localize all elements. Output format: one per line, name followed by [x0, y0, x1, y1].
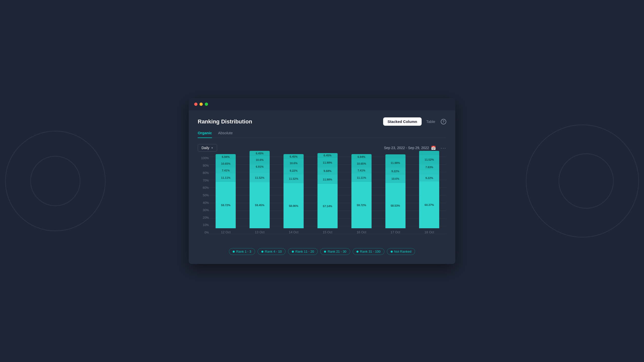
page-title: Ranking Distribution: [198, 118, 252, 125]
legend-label: Rank 11 - 20: [295, 250, 314, 253]
legend-item[interactable]: Rank 31 - 100: [353, 248, 384, 255]
x-axis-label: 16 Oct: [357, 230, 366, 234]
table-button[interactable]: Table: [423, 117, 439, 126]
titlebar: [189, 98, 455, 110]
bar-segment: 10.6%: [385, 175, 406, 183]
bar-group: 11.98%9.22%10.6%58.53%17 Oct: [383, 154, 408, 234]
bar-segment: [385, 154, 406, 158]
bar-stack[interactable]: 6.94%10.65%7.41%11.11%59.72%: [216, 154, 236, 228]
legend-label: Not Ranked: [394, 250, 412, 253]
date-range: Sep 23, 2022 - Sep 29, 2022: [384, 146, 429, 150]
bar-segment: [419, 151, 439, 155]
bar-segment: 11.98%: [385, 158, 406, 168]
bar-segment: [419, 170, 439, 174]
controls-row: Daily ▼ Sep 23, 2022 - Sep 29, 2022 📅 ··…: [198, 144, 446, 152]
bar-group: 11.52%7.83%9.22%60.37%18 Oct: [417, 151, 442, 234]
bars-row: 6.94%10.65%7.41%11.11%59.72%12 Oct6.45%1…: [209, 157, 446, 242]
bar-segment: 11.98%: [317, 158, 338, 167]
legend: Rank 1 - 3Rank 4 - 10Rank 11 - 20Rank 21…: [198, 248, 446, 255]
content-area: Ranking Distribution Stacked Column Tabl…: [189, 110, 455, 264]
bar-segment: 6.45%: [284, 154, 304, 159]
bg-inner-right: [558, 153, 614, 209]
y-axis-label: 60%: [198, 186, 209, 189]
bar-group: 6.45%10.6%6.91%11.52%59.45%13 Oct: [247, 151, 272, 234]
bar-segment: 7.41%: [216, 168, 236, 173]
bar-segment: 6.45%: [317, 153, 338, 158]
tab-organic[interactable]: Organic: [198, 131, 212, 138]
bar-group: 6.94%10.65%7.41%11.11%59.72%16 Oct: [349, 154, 374, 234]
bar-segment: 10.6%: [284, 159, 304, 167]
calendar-icon[interactable]: 📅: [431, 146, 436, 150]
legend-label: Rank 21 - 30: [328, 250, 346, 253]
main-window: Ranking Distribution Stacked Column Tabl…: [189, 98, 455, 264]
bar-segment: 6.94%: [216, 154, 236, 159]
y-axis: 100%90%80%70%60%50%40%30%20%10%0%: [198, 157, 209, 242]
bar-segment: 58.53%: [385, 183, 406, 228]
bar-segment: 11.52%: [250, 173, 270, 182]
y-axis-label: 30%: [198, 209, 209, 212]
legend-dot: [261, 251, 263, 253]
header-controls: Stacked Column Table ?: [383, 117, 446, 126]
bar-segment: 9.22%: [385, 168, 406, 175]
legend-item[interactable]: Rank 21 - 30: [320, 248, 350, 255]
bg-inner-left: [30, 156, 80, 206]
legend-item[interactable]: Rank 1 - 3: [229, 248, 255, 255]
y-axis-label: 0%: [198, 231, 209, 234]
bar-segment: 11.52%: [284, 174, 304, 183]
y-axis-label: 100%: [198, 157, 209, 160]
y-axis-label: 50%: [198, 194, 209, 197]
more-options-button[interactable]: ···: [440, 145, 446, 151]
x-axis-label: 15 Oct: [323, 230, 332, 234]
close-dot[interactable]: [194, 103, 197, 106]
legend-item[interactable]: Rank 4 - 10: [258, 248, 286, 255]
y-axis-label: 70%: [198, 179, 209, 182]
bar-stack[interactable]: 11.52%7.83%9.22%60.37%: [419, 151, 439, 228]
bar-segment: 7.41%: [351, 168, 372, 173]
bar-segment: 10.65%: [216, 159, 236, 168]
legend-dot: [292, 251, 294, 253]
y-axis-label: 40%: [198, 201, 209, 204]
x-axis-label: 17 Oct: [390, 230, 400, 234]
tab-absolute[interactable]: Absolute: [218, 131, 233, 138]
bar-group: 6.45%11.98%9.68%11.98%57.14%15 Oct: [315, 153, 340, 234]
maximize-dot[interactable]: [205, 103, 208, 106]
bar-segment: 6.94%: [351, 154, 372, 159]
chevron-down-icon: ▼: [211, 147, 213, 149]
bar-segment: 10.65%: [351, 159, 372, 168]
y-axis-label: 20%: [198, 216, 209, 219]
bar-segment: 11.11%: [216, 173, 236, 182]
legend-label: Rank 4 - 10: [265, 250, 282, 253]
y-axis-label: 80%: [198, 171, 209, 174]
bar-segment: 6.45%: [250, 151, 270, 156]
legend-label: Rank 1 - 3: [236, 250, 251, 253]
bar-segment: 11.98%: [317, 175, 338, 184]
bar-segment: 59.45%: [250, 182, 270, 228]
bar-segment: 9.22%: [284, 167, 304, 174]
bar-stack[interactable]: 6.94%10.65%7.41%11.11%59.72%: [351, 154, 372, 228]
x-axis-label: 12 Oct: [221, 230, 230, 234]
bar-stack[interactable]: 6.45%10.6%9.22%11.52%58.06%: [284, 154, 304, 228]
bar-segment: 9.68%: [317, 167, 338, 175]
chart-area: 100%90%80%70%60%50%40%30%20%10%0% 6.94%1…: [198, 157, 446, 242]
bar-stack[interactable]: 6.45%11.98%9.68%11.98%57.14%: [317, 153, 338, 228]
period-selector[interactable]: Daily ▼: [198, 144, 217, 152]
bar-segment: 7.83%: [419, 164, 439, 170]
help-icon[interactable]: ?: [441, 119, 446, 124]
bar-group: 6.45%10.6%9.22%11.52%58.06%14 Oct: [281, 154, 306, 234]
bar-segment: 9.22%: [419, 174, 439, 182]
y-axis-label: 10%: [198, 223, 209, 227]
bar-segment: 11.11%: [351, 173, 372, 182]
x-axis-label: 18 Oct: [424, 230, 434, 234]
bar-stack[interactable]: 6.45%10.6%6.91%11.52%59.45%: [250, 151, 270, 228]
legend-dot: [233, 251, 235, 253]
legend-item[interactable]: Rank 11 - 20: [288, 248, 318, 255]
bar-segment: 58.06%: [284, 183, 304, 228]
bar-segment: 59.72%: [351, 182, 372, 228]
bar-group: 6.94%10.65%7.41%11.11%59.72%12 Oct: [213, 154, 238, 234]
legend-item[interactable]: Not Ranked: [387, 248, 415, 255]
bg-decor-right: [526, 124, 639, 238]
bar-stack[interactable]: 11.98%9.22%10.6%58.53%: [385, 154, 406, 228]
minimize-dot[interactable]: [199, 103, 203, 106]
bar-segment: [250, 169, 270, 173]
stacked-column-button[interactable]: Stacked Column: [383, 117, 422, 126]
